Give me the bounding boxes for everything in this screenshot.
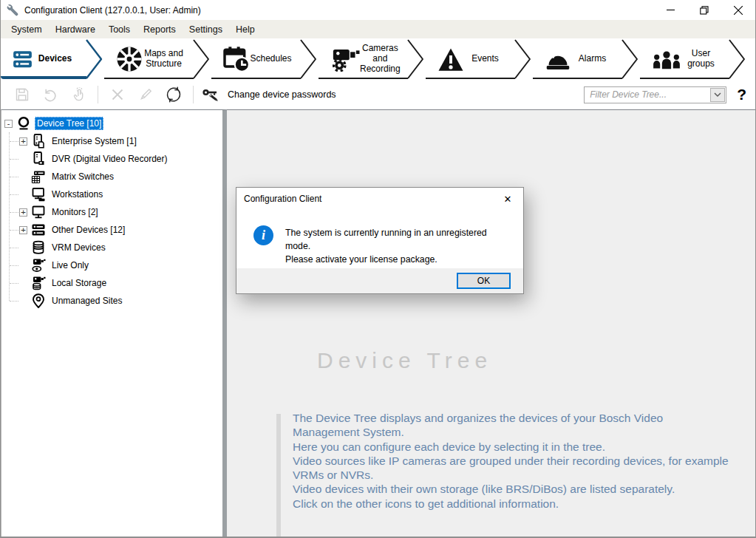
tree-item-device-tree[interactable]: - Device Tree [10] [1, 115, 222, 132]
undo-icon [43, 87, 58, 102]
tree-item-label[interactable]: VRM Devices [50, 241, 108, 254]
tree-item-unmanaged-sites[interactable]: Unmanaged Sites [1, 292, 222, 310]
close-button[interactable] [721, 0, 755, 20]
window-title: Configuration Client (127.0.0.1, User: A… [24, 5, 201, 16]
paragraph-accent-bar [276, 414, 281, 538]
other-devices-icon [31, 222, 46, 237]
collapse-expander[interactable]: - [4, 120, 13, 128]
menu-hardware[interactable]: Hardware [49, 21, 102, 38]
edit-button[interactable] [137, 86, 154, 103]
events-icon [437, 47, 464, 72]
refresh-icon [165, 86, 183, 103]
menu-system[interactable]: System [4, 21, 49, 38]
help-button[interactable]: ? [737, 86, 746, 103]
tab-alarms[interactable]: Alarms [533, 38, 640, 80]
tree-item-label[interactable]: Unmanaged Sites [50, 294, 124, 307]
tab-maps-label: Maps and Structure [143, 49, 189, 69]
dialog-footer: OK [236, 268, 523, 293]
tab-events[interactable]: Events [426, 38, 533, 80]
description-line: The Device Tree displays and organizes t… [293, 411, 730, 440]
tab-devices[interactable]: Devices [1, 38, 104, 80]
tree-item-dvr[interactable]: DVR (Digital Video Recorder) [1, 150, 222, 168]
tree-item-other-devices[interactable]: + Other Devices [12] [1, 221, 222, 239]
refresh-button[interactable] [165, 86, 183, 103]
user-groups-icon [652, 50, 681, 69]
tree-item-live-only[interactable]: Live Only [1, 256, 222, 274]
device-tree-root-icon [16, 116, 31, 131]
tree-item-matrix-switches[interactable]: Matrix Switches [1, 168, 222, 185]
tab-cameras-and-recording[interactable]: Cameras and Recording [319, 38, 426, 80]
tab-underline [1, 76, 86, 79]
tab-events-label: Events [464, 54, 511, 64]
menu-reports[interactable]: Reports [137, 21, 183, 38]
tree-item-label[interactable]: Workstations [50, 188, 105, 201]
tab-underline [104, 78, 194, 80]
tree-item-monitors[interactable]: + Monitors [2] [1, 203, 222, 221]
tab-chevron-icon [85, 38, 103, 80]
menu-settings[interactable]: Settings [183, 21, 229, 38]
menu-bar: System Hardware Tools Reports Settings H… [1, 20, 755, 38]
tab-user-groups-label: User groups [681, 49, 725, 69]
unmanaged-sites-icon [31, 293, 46, 308]
tree-item-local-storage[interactable]: Local Storage [1, 274, 222, 292]
restore-button[interactable] [687, 0, 721, 20]
delete-x-icon [111, 88, 124, 101]
tab-chevron-icon [406, 38, 424, 80]
description-line: Video devices with their own storage (li… [293, 482, 730, 496]
expand-expander[interactable]: + [19, 208, 27, 217]
ok-button[interactable]: OK [457, 273, 511, 289]
tree-item-label[interactable]: Device Tree [10] [35, 117, 103, 130]
tree-item-workstations[interactable]: Workstations [1, 185, 222, 203]
main-pane: Device Tree The Device Tree displays and… [227, 109, 755, 537]
local-storage-icon [31, 276, 46, 290]
page-tab-bar: Devices Maps and Structure [1, 38, 755, 80]
tree-item-vrm-devices[interactable]: VRM Devices [1, 239, 222, 256]
undo-button[interactable] [41, 86, 59, 103]
page-title: Device Tree [317, 348, 492, 373]
minimize-button[interactable] [653, 0, 687, 20]
tab-schedules-label: Schedules [250, 54, 296, 64]
device-tree-description: The Device Tree displays and organizes t… [293, 411, 730, 511]
alarms-icon [545, 47, 571, 71]
dialog-title: Configuration Client [244, 194, 321, 204]
pencil-icon [138, 87, 153, 102]
tab-user-groups[interactable]: User groups [640, 38, 747, 80]
dialog-message: The system is currently running in an un… [285, 225, 513, 266]
maps-structure-icon [116, 46, 143, 72]
tab-chevron-icon [514, 38, 531, 80]
expand-expander[interactable]: + [19, 226, 27, 234]
dialog-message-line: The system is currently running in an un… [285, 226, 513, 253]
tree-item-label[interactable]: Enterprise System [1] [50, 134, 139, 148]
window-controls [653, 0, 755, 20]
tree-item-label[interactable]: Monitors [2] [50, 205, 101, 219]
activate-button[interactable] [69, 86, 87, 103]
tree-item-label[interactable]: Live Only [50, 259, 91, 272]
tab-schedules[interactable]: Schedules [211, 38, 319, 80]
tree-item-label[interactable]: Other Devices [12] [50, 223, 127, 236]
tree-item-label[interactable]: Matrix Switches [50, 170, 116, 183]
tab-devices-label: Devices [33, 54, 82, 64]
tab-underline [533, 78, 622, 80]
change-device-passwords-button[interactable]: Change device passwords [202, 87, 336, 103]
dialog-message-line: Please activate your license package. [285, 253, 513, 266]
tree-item-label[interactable]: Local Storage [50, 276, 109, 290]
delete-button[interactable] [109, 86, 126, 103]
license-warning-dialog: Configuration Client ✕ i The system is c… [236, 187, 524, 294]
tab-maps-and-structure[interactable]: Maps and Structure [104, 38, 211, 80]
dialog-close-button[interactable]: ✕ [492, 188, 523, 210]
menu-help[interactable]: Help [229, 21, 262, 38]
tree-item-enterprise-system[interactable]: + Enterprise System [1] [1, 132, 222, 150]
expand-expander[interactable]: + [19, 137, 27, 146]
filter-dropdown-button[interactable] [710, 88, 725, 102]
filter-device-tree-input[interactable] [585, 88, 710, 102]
tree-item-label[interactable]: DVR (Digital Video Recorder) [50, 152, 170, 166]
filter-device-tree-box [584, 86, 726, 103]
toolbar-separator [98, 86, 98, 103]
tab-underline [640, 78, 729, 80]
save-button[interactable] [13, 86, 31, 103]
menu-tools[interactable]: Tools [102, 21, 137, 38]
chevron-down-icon [714, 92, 721, 97]
tab-chevron-icon [192, 38, 210, 80]
toolbar: Change device passwords ? [1, 80, 755, 109]
description-line: Here you can configure each device by se… [293, 440, 730, 454]
